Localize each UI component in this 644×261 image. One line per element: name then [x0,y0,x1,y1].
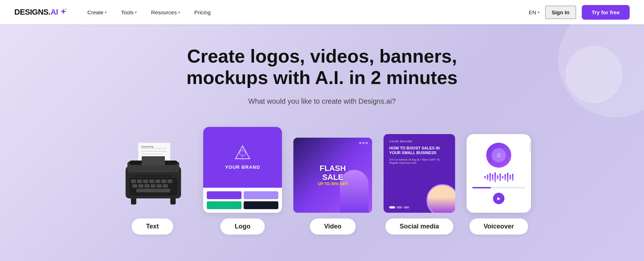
try-free-button[interactable]: Try for free [582,5,630,20]
sign-in-button[interactable]: Sign In [545,6,576,19]
svg-rect-23 [163,184,168,188]
voiceover-circle: ♫ [486,143,511,168]
voiceover-card-inner: ♫ [467,134,531,213]
nav-resources[interactable]: Resources ▾ [145,6,186,18]
svg-rect-24 [136,189,170,192]
nav-links: Create ▾ Tools ▾ Resources ▾ Pricing [82,6,529,18]
wave-bar [492,174,493,181]
hero-section: Create logos, videos, banners, mockups w… [0,24,644,261]
voiceover-card-label[interactable]: Voiceover [469,218,528,235]
social-dot [396,206,402,208]
svg-rect-17 [167,179,172,183]
wave-bar [487,174,488,180]
social-photo [426,184,455,213]
svg-rect-19 [138,184,143,188]
social-brand: YOUR BRAND [389,140,449,143]
nav-create[interactable]: Create ▾ [82,6,112,18]
logo-card-swatches [203,188,282,213]
hero-title: Create logos, videos, banners, mockups w… [150,46,494,89]
social-dot [404,206,409,208]
video-card-inner: FLASHSALE UP TO 30% OFF [293,138,372,213]
social-dot [389,206,395,208]
logo-text: DESIGNS.AI [14,8,58,17]
social-title: HOW TO BOOST SALES IN YOUR SMALL BUSINES… [389,146,449,155]
logo[interactable]: DESIGNS.AI [14,8,67,17]
svg-rect-15 [155,179,160,183]
svg-rect-27 [170,197,176,205]
svg-rect-11 [131,179,136,183]
nav-pricing[interactable]: Pricing [189,6,216,18]
chevron-down-icon: ▾ [135,10,137,14]
wave-bar [504,174,506,181]
music-icon: ♫ [496,151,501,159]
typewriter-illustration: Copywriting [117,141,188,209]
voiceover-progress-fill [472,187,491,188]
color-swatch-2 [244,191,278,199]
card-social: YOUR BRAND HOW TO BOOST SALES IN YOUR SM… [384,134,455,235]
text-card-label[interactable]: Text [132,218,173,235]
wave-bar [502,176,503,179]
color-swatch-4 [244,201,278,209]
wave-bar [499,173,501,181]
card-text: Copywriting [113,138,192,235]
text-card-image: Copywriting [113,138,192,213]
video-dot [359,142,361,144]
navbar: DESIGNS.AI Create ▾ Tools ▾ Resources ▾ … [0,0,644,24]
svg-text:Copywriting: Copywriting [141,146,153,148]
language-selector[interactable]: EN ▾ [529,9,540,15]
wave-bar [509,175,511,180]
svg-rect-25 [135,175,172,177]
color-swatch-1 [207,191,241,199]
svg-rect-16 [161,179,166,183]
video-card-image: FLASHSALE UP TO 30% OFF [293,138,372,213]
chevron-down-icon: ▾ [538,10,540,14]
video-dots [359,142,368,144]
svg-rect-32 [530,141,531,153]
logo-card-brand: YOUR BRAND [225,164,260,170]
social-card-label[interactable]: Social media [385,218,453,235]
card-voiceover: ♫ [467,134,531,235]
video-dot [362,142,365,144]
svg-rect-12 [137,179,142,183]
cards-row: Copywriting [72,127,572,235]
hero-subtitle: What would you like to create with Desig… [248,97,396,105]
social-subtitle: Join our webinar 28 Aug @ 7:30pm (GMT +8… [389,158,449,164]
voiceover-progress-bar [472,187,525,188]
logo-card-image: YOUR BRAND [203,127,282,213]
card-video: FLASHSALE UP TO 30% OFF Video [293,138,372,235]
social-photo-face [428,185,455,213]
wave-bar [489,173,491,182]
chevron-down-icon: ▾ [105,10,107,14]
svg-rect-9 [142,156,165,166]
svg-rect-22 [157,184,162,188]
social-dots [389,206,409,208]
chevron-down-icon: ▾ [178,10,180,14]
social-card-image: YOUR BRAND HOW TO BOOST SALES IN YOUR SM… [384,134,455,213]
wave-bar [484,176,486,179]
svg-rect-26 [131,197,136,205]
airpod-right [527,141,531,164]
svg-rect-20 [145,184,150,188]
video-flash-text: FLASHSALE [319,164,346,181]
card-logo: YOUR BRAND Logo [203,127,282,235]
svg-rect-21 [151,184,156,188]
wave-bar [507,173,508,182]
video-dot [366,142,368,144]
nav-tools[interactable]: Tools ▾ [115,6,142,18]
voiceover-card-image: ♫ [467,134,531,213]
nav-right: EN ▾ Sign In Try for free [529,5,630,20]
wave-bar [512,174,513,181]
svg-rect-14 [149,179,154,183]
svg-rect-18 [132,184,137,188]
video-discount-text: UP TO 30% OFF [318,182,347,186]
logo-card-top: YOUR BRAND [203,127,282,188]
voiceover-play-button[interactable]: ▶ [493,193,504,204]
svg-rect-13 [143,179,148,183]
logo-card-label[interactable]: Logo [220,218,265,235]
video-card-label[interactable]: Video [310,218,356,235]
color-swatch-3 [207,201,241,209]
logo-card-inner: YOUR BRAND [203,127,282,213]
wave-bar [494,172,496,182]
voiceover-circle-inner: ♫ [492,148,506,162]
voiceover-waveform [484,172,513,183]
